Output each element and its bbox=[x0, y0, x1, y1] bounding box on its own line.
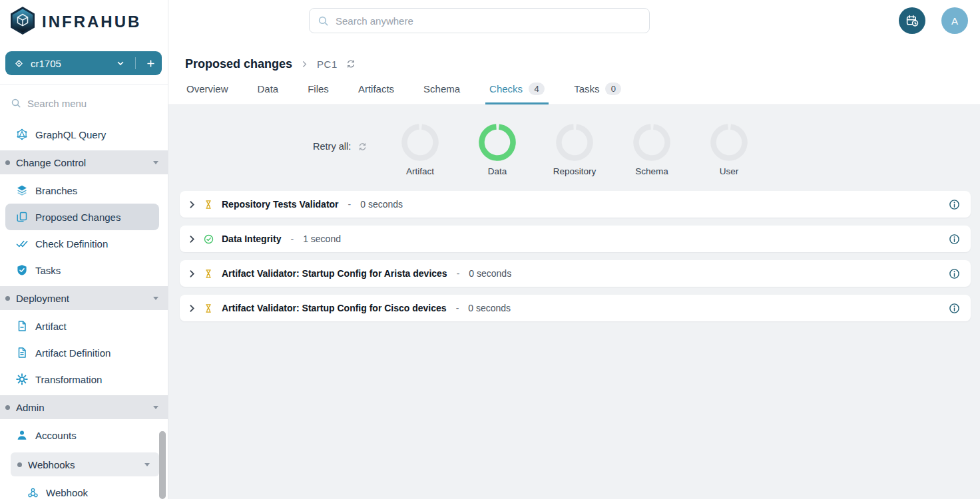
search-icon bbox=[11, 98, 21, 108]
sidebar-item-label: Tasks bbox=[35, 265, 61, 276]
sidebar-item-artifact[interactable]: Artifact bbox=[0, 313, 168, 339]
breadcrumb-current[interactable]: PC1 bbox=[317, 59, 338, 70]
info-icon[interactable] bbox=[949, 234, 960, 245]
divider bbox=[0, 84, 168, 85]
tab-checks[interactable]: Checks 4 bbox=[488, 83, 546, 104]
ring-label: User bbox=[720, 166, 739, 176]
tab-label: Overview bbox=[186, 83, 228, 94]
sidebar-item-accounts[interactable]: Accounts bbox=[0, 422, 168, 448]
expand-chevron-icon[interactable] bbox=[188, 235, 196, 244]
sidebar-item-proposed-changes[interactable]: Proposed Changes bbox=[5, 204, 159, 230]
bullet-icon bbox=[17, 462, 22, 467]
check-ring-repository[interactable]: Repository bbox=[548, 124, 601, 176]
sidebar-item-label: GraphQL Query bbox=[35, 129, 106, 140]
validator-duration: 1 second bbox=[303, 234, 341, 244]
validator-title: Artifact Validator: Startup Config for A… bbox=[222, 268, 447, 279]
sidebar-item-label: Webhook bbox=[46, 487, 88, 498]
sidebar-section-admin[interactable]: Admin bbox=[0, 395, 168, 419]
check-ring-user[interactable]: User bbox=[702, 124, 756, 176]
sidebar-section-webhooks[interactable]: Webhooks bbox=[11, 452, 159, 476]
check-ring-artifact[interactable]: Artifact bbox=[393, 124, 447, 176]
hourglass-icon bbox=[203, 200, 214, 210]
time-travel-button[interactable] bbox=[899, 7, 925, 34]
collapse-caret-icon[interactable] bbox=[153, 406, 158, 409]
ring-label: Data bbox=[488, 166, 507, 176]
chevron-down-icon[interactable] bbox=[117, 59, 124, 67]
menu-search-input[interactable] bbox=[27, 98, 140, 109]
shield-check-icon bbox=[16, 264, 28, 276]
person-icon bbox=[16, 429, 28, 441]
tab-schema[interactable]: Schema bbox=[422, 83, 461, 104]
branch-name: cr1705 bbox=[31, 58, 61, 69]
tab-label: Tasks bbox=[574, 83, 599, 94]
validator-title: Repository Tests Validator bbox=[222, 199, 339, 210]
tab-artifacts[interactable]: Artifacts bbox=[357, 83, 395, 104]
info-icon[interactable] bbox=[949, 303, 960, 314]
tab-count-badge: 0 bbox=[605, 83, 621, 95]
avatar-initial: A bbox=[951, 15, 958, 27]
proposed-changes-icon bbox=[16, 211, 28, 223]
sidebar-item-artifact-definition[interactable]: Artifact Definition bbox=[0, 339, 168, 366]
branch-selector[interactable]: cr1705 bbox=[5, 51, 162, 75]
sidebar-item-branches[interactable]: Branches bbox=[0, 177, 168, 204]
expand-chevron-icon[interactable] bbox=[188, 200, 196, 209]
expand-chevron-icon[interactable] bbox=[188, 269, 196, 278]
tab-data[interactable]: Data bbox=[256, 83, 280, 104]
validator-row: Artifact Validator: Startup Config for C… bbox=[180, 295, 971, 321]
brand-wordmark: INFRAHUB bbox=[42, 13, 141, 31]
separator: - bbox=[456, 303, 459, 313]
file-lines-icon bbox=[16, 347, 28, 359]
infrahub-logo-icon bbox=[9, 6, 36, 38]
graphql-icon bbox=[16, 128, 28, 140]
sidebar-section-label: Change Control bbox=[16, 157, 86, 168]
tab-label: Files bbox=[308, 83, 329, 94]
check-ring-data[interactable]: Data bbox=[471, 124, 524, 176]
sidebar-menu: GraphQL Query Change Control Branches bbox=[0, 121, 168, 499]
collapse-caret-icon[interactable] bbox=[153, 297, 158, 300]
user-avatar[interactable]: A bbox=[941, 7, 968, 34]
sidebar-section-deployment[interactable]: Deployment bbox=[0, 286, 168, 310]
sidebar-item-label: Artifact bbox=[35, 321, 67, 332]
retry-all-refresh-icon[interactable] bbox=[358, 142, 367, 151]
bullet-icon bbox=[5, 160, 10, 165]
collapse-caret-icon[interactable] bbox=[144, 463, 150, 466]
collapse-caret-icon[interactable] bbox=[153, 161, 158, 164]
tab-files[interactable]: Files bbox=[306, 83, 330, 104]
refresh-icon[interactable] bbox=[346, 59, 356, 69]
separator: - bbox=[290, 234, 294, 244]
calendar-clock-icon bbox=[905, 14, 919, 28]
breadcrumb: Proposed changes PC1 bbox=[185, 56, 356, 72]
sidebar-item-tasks[interactable]: Tasks bbox=[0, 257, 168, 283]
retry-all-label: Retry all: bbox=[313, 141, 351, 152]
tab-tasks[interactable]: Tasks 0 bbox=[573, 83, 622, 104]
check-ring-schema[interactable]: Schema bbox=[625, 124, 678, 176]
gear-icon bbox=[16, 373, 28, 385]
info-icon[interactable] bbox=[949, 199, 960, 210]
expand-chevron-icon[interactable] bbox=[188, 304, 196, 313]
sidebar-section-label: Deployment bbox=[16, 293, 69, 304]
validator-list: Repository Tests Validator - 0 seconds D… bbox=[180, 191, 971, 321]
sidebar-scrollbar-thumb[interactable] bbox=[159, 431, 166, 499]
branches-layers-icon bbox=[16, 184, 28, 196]
tab-label: Checks bbox=[489, 83, 523, 94]
sidebar-item-check-definition[interactable]: Check Definition bbox=[0, 230, 168, 257]
sidebar-item-label: Check Definition bbox=[35, 238, 108, 250]
sidebar-section-change-control[interactable]: Change Control bbox=[0, 150, 168, 174]
info-icon[interactable] bbox=[949, 268, 960, 279]
validator-row: Artifact Validator: Startup Config for A… bbox=[180, 260, 971, 287]
checks-panel: Retry all: Artifact Data Repository Sche… bbox=[168, 105, 980, 499]
sidebar-item-graphql-query[interactable]: GraphQL Query bbox=[0, 121, 168, 148]
sidebar-item-webhook[interactable]: Webhook bbox=[0, 479, 168, 499]
sidebar-item-label: Branches bbox=[35, 185, 77, 196]
file-icon bbox=[16, 320, 28, 332]
page-title: Proposed changes bbox=[185, 57, 292, 71]
tab-bar: Overview Data Files Artifacts Schema Che… bbox=[185, 83, 622, 104]
tab-overview[interactable]: Overview bbox=[185, 83, 230, 104]
tab-label: Data bbox=[258, 83, 279, 94]
global-search bbox=[309, 8, 650, 33]
brand-logo[interactable]: INFRAHUB bbox=[0, 0, 168, 37]
global-search-input[interactable] bbox=[336, 15, 641, 27]
validator-title: Data Integrity bbox=[222, 234, 281, 244]
sidebar-item-transformation[interactable]: Transformation bbox=[0, 366, 168, 393]
add-branch-icon[interactable] bbox=[146, 59, 155, 68]
